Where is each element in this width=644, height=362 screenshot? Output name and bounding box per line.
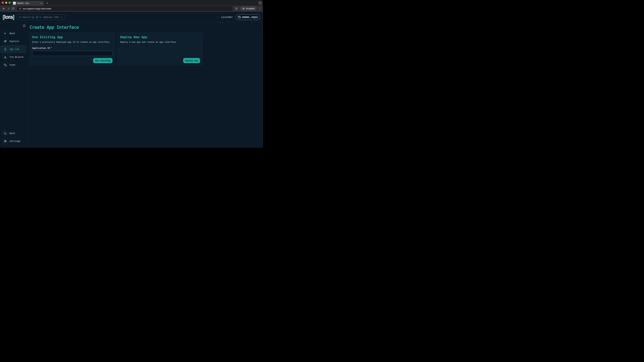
moon-icon <box>2 130 8 136</box>
bookmark-button[interactable] <box>234 6 239 11</box>
sidebar: Back Explore App Lab <box>0 23 27 148</box>
wallet-icon <box>238 16 241 18</box>
tab-title: AlgoKit - lora <box>17 2 39 4</box>
reload-button[interactable] <box>11 6 16 11</box>
macos-window-controls[interactable] <box>2 2 10 4</box>
search-placeholder: Search by ID or Address (⌘K) <box>22 16 60 18</box>
search-input[interactable]: Search by ID or Address (⌘K) <box>17 14 65 20</box>
telescope-icon <box>2 38 8 44</box>
app-header: [lora] Search by ID or Address (⌘K) Loca… <box>0 12 263 23</box>
sidebar-item-back[interactable]: Back <box>0 29 26 37</box>
tab-favicon: [ak] <box>13 2 16 4</box>
main-content: Create App Interface Use Existing App En… <box>27 23 263 148</box>
search-icon <box>19 16 21 18</box>
close-window-button[interactable] <box>2 2 4 4</box>
sidebar-item-app-lab[interactable]: App Lab <box>0 45 26 53</box>
panel-collapse-icon <box>23 24 26 27</box>
card-title: Deploy New App <box>120 35 200 39</box>
new-tab-button[interactable] <box>45 1 49 5</box>
network-selector[interactable]: LocalNet <box>221 16 233 18</box>
sidebar-footer: Dark Settings <box>0 129 27 145</box>
scrollbar-track[interactable] <box>262 12 263 148</box>
wallet-address: HMWD…PQSA <box>242 16 258 18</box>
sidebar-item-label: Settings <box>10 140 20 142</box>
arrow-right-icon <box>7 7 10 10</box>
logo-bracket-left: [ <box>3 14 4 20</box>
sidebar-item-explore[interactable]: Explore <box>0 37 26 45</box>
flask-icon <box>2 46 8 52</box>
incognito-badge: Incognito <box>240 6 256 11</box>
logo-word: lora <box>4 14 13 20</box>
address-bar[interactable]: lora.algokit.io/app-lab/create <box>17 6 233 11</box>
application-id-field: Application ID* <box>32 46 112 56</box>
reload-icon <box>12 7 14 10</box>
sidebar-item-label: Dark <box>10 132 15 135</box>
sidebar-item-txn-wizard[interactable]: Txn Wizard <box>0 53 26 61</box>
sidebar-item-theme-toggle[interactable]: Dark <box>0 129 26 137</box>
lora-logo[interactable]: [lora] <box>3 14 14 20</box>
application-id-input[interactable] <box>32 51 112 56</box>
use-existing-app-card: Use Existing App Enter a previously depl… <box>30 32 115 66</box>
arrow-left-icon <box>2 7 5 10</box>
lora-app-page: [lora] Search by ID or Address (⌘K) Loca… <box>0 12 263 148</box>
sidebar-item-label: Explore <box>10 40 19 42</box>
tab-close-icon[interactable] <box>40 2 42 4</box>
sidebar-item-label: Fund <box>10 63 15 66</box>
wizard-hat-icon <box>2 54 8 60</box>
required-marker: * <box>50 46 52 49</box>
kebab-menu-icon <box>258 7 261 10</box>
site-settings-icon[interactable] <box>19 7 21 10</box>
deploy-new-button[interactable]: Deploy new <box>183 58 200 63</box>
minimize-window-button[interactable] <box>5 2 7 4</box>
incognito-icon <box>242 7 245 10</box>
clear-search-icon[interactable] <box>61 16 63 18</box>
card-title: Use Existing App <box>32 35 112 39</box>
logo-bracket-right: ] <box>13 14 14 20</box>
url-text[interactable]: lora.algokit.io/app-lab/create <box>23 7 51 10</box>
browser-tab[interactable]: [ak] AlgoKit - lora <box>12 1 44 5</box>
browser-menu-button[interactable] <box>258 6 262 11</box>
sidebar-item-label: Back <box>10 32 15 35</box>
sidebar-item-label: Txn Wizard <box>10 56 23 58</box>
arrow-left-icon <box>2 30 8 36</box>
back-button[interactable] <box>1 6 6 11</box>
chevron-down-icon <box>259 2 261 4</box>
coins-icon <box>2 62 8 68</box>
gear-icon <box>2 138 8 144</box>
sidebar-collapse-button[interactable] <box>23 24 26 27</box>
use-existing-button[interactable]: Use existing <box>93 58 112 63</box>
wallet-button[interactable]: HMWD…PQSA <box>236 14 260 20</box>
sidebar-item-settings[interactable]: Settings <box>0 137 26 145</box>
browser-window: [ak] AlgoKit - lora lora.algokit.io/a <box>0 0 263 148</box>
incognito-label: Incognito <box>246 7 254 10</box>
tab-strip: [ak] AlgoKit - lora <box>0 0 263 5</box>
deploy-new-app-card: Deploy New App Deploy a new app and crea… <box>118 32 203 66</box>
page-title: Create App Interface <box>30 25 263 30</box>
application-id-label: Application ID <box>32 47 50 49</box>
star-icon <box>235 7 238 10</box>
sidebar-item-label: App Lab <box>10 48 19 50</box>
card-description: Deploy a new app and create an app inter… <box>120 41 200 43</box>
tab-search-button[interactable] <box>258 1 262 5</box>
card-description: Enter a previously deployed app id to cr… <box>32 41 112 43</box>
sidebar-item-fund[interactable]: Fund <box>0 61 26 69</box>
cards-row: Use Existing App Enter a previously depl… <box>30 32 263 66</box>
maximize-window-button[interactable] <box>8 2 10 4</box>
forward-button[interactable] <box>6 6 11 11</box>
browser-toolbar: lora.algokit.io/app-lab/create Incognito <box>0 5 263 12</box>
